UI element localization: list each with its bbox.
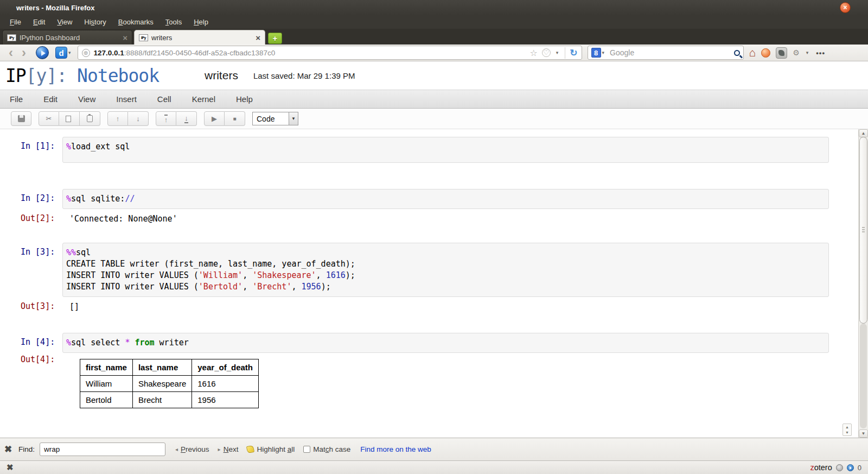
scroll-up-icon: ▲ <box>845 425 849 430</box>
ipython-logo[interactable]: IP[y]: Notebook <box>5 65 159 86</box>
find-previous-button[interactable]: ◂ Previous <box>175 445 209 453</box>
shield-icon[interactable]: ♡ <box>542 48 551 57</box>
menu-item-history[interactable]: History <box>79 18 111 26</box>
code-editor[interactable]: %load_ext sql <box>62 137 829 163</box>
ipython-favicon: IPy <box>7 34 16 41</box>
output-prompt: Out[3]: <box>21 301 62 313</box>
notebook-menubar: FileEditViewInsertCellKernelHelp <box>0 90 868 109</box>
globe-icon: ⊕ <box>82 49 90 57</box>
move-cell-up-button[interactable]: ↑ <box>107 111 128 126</box>
window-close-button[interactable]: × <box>840 2 851 13</box>
cell-type-select[interactable]: Code ▼ <box>252 112 298 125</box>
tab-close-icon[interactable]: × <box>256 33 260 42</box>
code-editor[interactable]: %sql sqlite:// <box>62 189 829 209</box>
home-icon[interactable]: ⌂ <box>749 47 756 58</box>
table-header-cell: first_name <box>80 359 133 376</box>
chevron-down-icon[interactable]: ▾ <box>556 50 559 55</box>
chevron-down-icon[interactable]: ▾ <box>68 50 71 55</box>
match-case-checkbox[interactable]: Match case <box>303 445 350 453</box>
chevron-down-icon[interactable]: ▾ <box>602 50 605 55</box>
find-next-button[interactable]: ▸ Next <box>218 445 239 453</box>
table-cell: William <box>80 376 133 392</box>
insert-cell-above-button[interactable]: ↑ <box>156 111 176 126</box>
triangle-left-icon: ◂ <box>175 446 178 452</box>
scrollbar-up-icon[interactable]: ▲ <box>859 129 868 137</box>
forward-icon[interactable]: › <box>17 46 30 60</box>
code-editor[interactable]: %sql select * from writer <box>62 333 829 353</box>
output-text: [] <box>62 301 79 313</box>
menu-item-tools[interactable]: Tools <box>160 18 187 26</box>
back-icon[interactable]: ‹ <box>4 46 17 60</box>
bookmark-star-icon[interactable]: ☆ <box>529 48 537 58</box>
save-button[interactable] <box>11 111 31 126</box>
code-line: %sql select * from writer <box>66 337 825 349</box>
inner-scroll-steppers[interactable]: ▲▼ <box>843 424 852 436</box>
find-close-icon[interactable]: ✖ <box>4 444 18 455</box>
table-cell: Shakespeare <box>132 376 192 392</box>
menu-item-bookmarks[interactable]: Bookmarks <box>113 18 159 26</box>
downloads-orb-icon[interactable] <box>36 46 49 59</box>
search-icon[interactable] <box>734 50 740 56</box>
tab-ipython-dashboard[interactable]: IPy IPython Dashboard × <box>2 30 132 45</box>
checkbox-icon[interactable] <box>303 446 310 453</box>
nb-menu-view[interactable]: View <box>78 94 95 104</box>
notebook-title[interactable]: writers <box>205 69 238 82</box>
google-logo-icon[interactable]: 8 <box>591 48 601 58</box>
tab-title: writers <box>151 34 252 42</box>
find-input[interactable] <box>40 443 165 456</box>
tab-close-icon[interactable]: × <box>123 33 127 42</box>
search-placeholder: Google <box>610 48 634 57</box>
overflow-menu-icon[interactable]: ••• <box>816 49 825 57</box>
menu-item-edit[interactable]: Edit <box>28 18 50 26</box>
output-area: first_namelast_nameyear_of_deathWilliamS… <box>62 355 259 408</box>
addon-orange-icon[interactable] <box>761 48 770 58</box>
code-editor[interactable]: %%sqlCREATE TABLE writer (first_name, la… <box>62 243 829 297</box>
status-blue-icon[interactable] <box>847 464 854 471</box>
nb-menu-edit[interactable]: Edit <box>43 94 58 104</box>
run-cell-button[interactable]: ▶ <box>204 111 225 126</box>
cut-cell-button[interactable]: ✂ <box>39 111 59 126</box>
interrupt-kernel-button[interactable]: ■ <box>225 111 245 126</box>
paste-cell-button[interactable] <box>80 111 100 126</box>
nb-menu-cell[interactable]: Cell <box>157 94 171 104</box>
select-arrow-icon[interactable]: ▼ <box>289 112 298 125</box>
menu-item-help[interactable]: Help <box>188 18 214 26</box>
move-cell-down-button[interactable]: ↓ <box>128 111 149 126</box>
status-count: 0 <box>858 464 861 472</box>
menu-item-view[interactable]: View <box>52 18 78 26</box>
reload-icon[interactable]: ↻ <box>565 47 577 59</box>
insert-cell-below-button[interactable]: ↓ <box>176 111 197 126</box>
tab-writers[interactable]: IPy writers × <box>134 30 265 45</box>
scrollbar-thumb[interactable] <box>859 137 867 324</box>
url-path: :8888/fdf21450-0450-46df-a52a-cfbadc1387… <box>124 49 275 57</box>
search-bar[interactable]: 8 ▾ Google <box>588 46 744 60</box>
highlight-all-button[interactable]: Highlight all <box>247 445 295 453</box>
url-bar[interactable]: ⊕ 127.0.0.1:8888/fdf21450-0450-46df-a52a… <box>78 46 582 60</box>
find-on-web-link[interactable]: Find more on the web <box>360 445 431 453</box>
menu-item-file[interactable]: File <box>4 18 27 26</box>
tab-strip: IPy IPython Dashboard × IPy writers × + <box>0 29 868 45</box>
status-gray-icon[interactable] <box>836 464 843 471</box>
delicious-icon[interactable]: d <box>55 47 67 59</box>
input-prompt: In [3]: <box>21 243 62 297</box>
copy-cell-button[interactable] <box>59 111 80 126</box>
addon-misc-icon[interactable]: ⚙ <box>793 48 800 57</box>
nb-menu-file[interactable]: File <box>10 94 23 104</box>
scrollbar-down-icon[interactable]: ▼ <box>859 429 868 438</box>
new-tab-button[interactable]: + <box>268 33 282 44</box>
navigation-toolbar: ‹ › d ▾ ⊕ 127.0.0.1:8888/fdf21450-0450-4… <box>0 45 868 61</box>
chevron-down-icon[interactable]: ▾ <box>806 50 809 55</box>
evernote-icon[interactable] <box>776 47 787 59</box>
nb-menu-insert[interactable]: Insert <box>116 94 137 104</box>
table-row: WilliamShakespeare1616 <box>80 376 259 392</box>
page-scrollbar[interactable]: ▲ ▼ <box>858 129 868 438</box>
notebook-area: In [1]:%load_ext sqlIn [2]:%sql sqlite:/… <box>0 129 868 438</box>
tab-title: IPython Dashboard <box>20 34 119 42</box>
nb-menu-kernel[interactable]: Kernel <box>192 94 215 104</box>
find-label: Find: <box>18 445 35 453</box>
play-icon: ▶ <box>212 115 217 123</box>
arrow-down-icon: ↓ <box>136 115 140 123</box>
addon-bar-close-icon[interactable]: ✖ <box>7 463 14 472</box>
nb-menu-help[interactable]: Help <box>236 94 253 104</box>
zotero-button[interactable]: zotero <box>810 463 832 472</box>
